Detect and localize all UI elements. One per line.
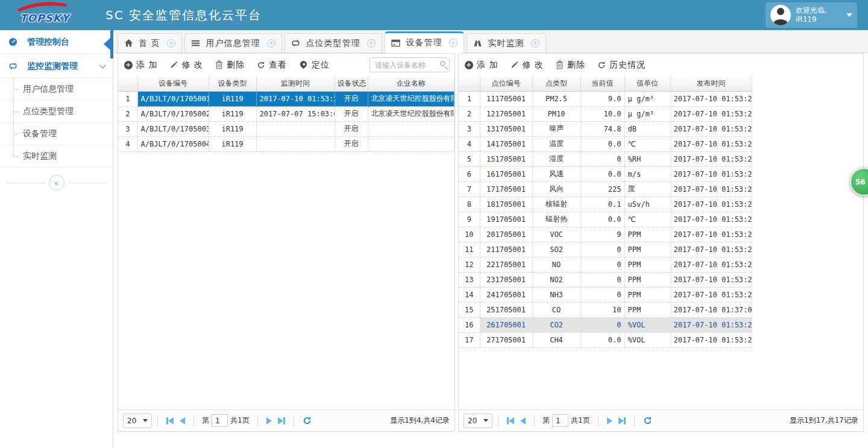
collapse-sidebar-button[interactable] <box>49 175 64 191</box>
point-code-cell[interactable]: 231705001 <box>480 272 532 287</box>
edit-button[interactable]: 修 改 <box>510 60 543 71</box>
value-unit-cell[interactable]: PPM <box>624 227 670 242</box>
sidebar-section-console[interactable]: 管理控制台 <box>0 30 113 54</box>
point-code-cell[interactable]: 111705001 <box>480 91 532 106</box>
refresh-button[interactable] <box>303 416 312 425</box>
device-status-cell[interactable]: 开启 <box>335 121 368 136</box>
current-value-cell[interactable]: 0.0 <box>580 136 624 151</box>
point-type-cell[interactable]: CH4 <box>532 332 580 347</box>
current-value-cell[interactable]: 0 <box>580 242 624 257</box>
value-unit-cell[interactable]: μ g/m³ <box>624 91 670 106</box>
current-value-cell[interactable]: 0 <box>580 257 624 272</box>
value-unit-cell[interactable]: PPM <box>624 287 670 302</box>
current-value-cell[interactable]: 74.8 <box>580 121 624 136</box>
publish-time-cell[interactable]: 2017-07-10 01:53:21 <box>670 197 752 212</box>
current-value-cell[interactable]: 10 <box>580 302 624 317</box>
value-unit-cell[interactable]: PPM <box>624 302 670 317</box>
table-row[interactable]: 2 121705001 PM10 10.0 μ g/m³ 2017-07-10 … <box>459 106 752 121</box>
point-type-cell[interactable]: PM2.5 <box>532 91 580 106</box>
tab-user-info[interactable]: 用户信息管理 <box>184 33 282 52</box>
device-type-cell[interactable]: iR119 <box>209 106 256 121</box>
point-code-cell[interactable]: 261705001 <box>480 317 532 332</box>
table-row[interactable]: 3 131705001 噪声 74.8 dB 2017-07-10 01:53:… <box>459 121 752 136</box>
tab-home[interactable]: 首 页 <box>118 33 182 52</box>
point-type-cell[interactable]: 温度 <box>532 136 580 151</box>
point-type-cell[interactable]: NH3 <box>532 287 580 302</box>
value-unit-cell[interactable]: uSv/h <box>624 197 670 212</box>
company-name-cell[interactable]: 北京凌天世纪控股股份有限 <box>368 106 454 121</box>
value-unit-cell[interactable]: %VOL <box>624 332 670 347</box>
point-code-cell[interactable]: 171705001 <box>480 181 532 197</box>
point-code-cell[interactable]: 141705001 <box>480 136 532 151</box>
publish-time-cell[interactable]: 2017-07-10 01:53:22 <box>670 317 752 332</box>
publish-time-cell[interactable]: 2017-07-10 01:37:01 <box>670 302 752 317</box>
device-status-cell[interactable]: 开启 <box>335 91 368 106</box>
last-page-button[interactable] <box>618 417 626 424</box>
table-row[interactable]: 17 271705001 CH4 0.0 %VOL 2017-07-10 01:… <box>459 332 752 347</box>
value-unit-cell[interactable]: ℃ <box>624 136 670 151</box>
publish-time-cell[interactable]: 2017-07-10 01:53:22 <box>670 136 752 151</box>
delete-button[interactable]: 删除 <box>556 60 585 71</box>
table-row[interactable]: 5 151705001 湿度 0 %RH 2017-07-10 01:53:22 <box>459 151 752 166</box>
delete-button[interactable]: 删除 <box>215 60 245 71</box>
monitor-time-cell[interactable]: 2017-07-07 15:03:05 <box>256 106 335 121</box>
column-header[interactable]: 企业名称 <box>368 76 454 91</box>
publish-time-cell[interactable]: 2017-07-10 01:53:22 <box>670 227 752 242</box>
next-page-button[interactable] <box>607 417 612 424</box>
point-code-cell[interactable]: 151705001 <box>480 151 532 166</box>
publish-time-cell[interactable]: 2017-07-10 01:53:21 <box>670 287 752 302</box>
value-unit-cell[interactable]: ℃ <box>624 212 670 227</box>
next-page-button[interactable] <box>266 417 272 424</box>
history-button[interactable]: 历史情况 <box>597 60 646 71</box>
column-header[interactable]: 设备状态 <box>335 76 368 91</box>
point-code-cell[interactable]: 201705001 <box>480 227 532 242</box>
last-page-button[interactable] <box>278 417 285 424</box>
device-status-cell[interactable]: 开启 <box>335 106 368 121</box>
page-number-input[interactable] <box>552 414 568 427</box>
close-icon[interactable] <box>267 39 275 48</box>
close-icon[interactable] <box>367 39 376 48</box>
point-type-cell[interactable]: CO2 <box>532 317 580 332</box>
device-code-cell[interactable]: A/BJLT/0/1705002 <box>137 106 209 121</box>
close-icon[interactable] <box>167 39 175 48</box>
column-header[interactable]: 监测时间 <box>256 76 335 91</box>
table-row[interactable]: 14 241705001 NH3 0 PPM 2017-07-10 01:53:… <box>459 287 752 302</box>
point-type-cell[interactable]: 风向 <box>532 181 580 197</box>
tab-realtime[interactable]: 实时监测 <box>467 33 546 52</box>
point-type-cell[interactable]: 湿度 <box>532 151 580 166</box>
device-status-cell[interactable]: 开启 <box>335 136 368 151</box>
point-type-cell[interactable]: PM10 <box>532 106 580 121</box>
tab-device-mgmt[interactable]: 设备管理 <box>385 31 464 53</box>
value-unit-cell[interactable]: %RH <box>624 151 670 166</box>
value-unit-cell[interactable]: m/s <box>624 166 670 181</box>
device-code-cell[interactable]: A/BJLT/0/1705001 <box>137 91 209 106</box>
table-row[interactable]: 15 251705001 CO 10 PPM 2017-07-10 01:37:… <box>459 302 752 317</box>
value-unit-cell[interactable]: dB <box>624 121 670 136</box>
point-type-cell[interactable]: SO2 <box>532 242 580 257</box>
value-unit-cell[interactable]: PPM <box>624 257 670 272</box>
point-code-cell[interactable]: 131705001 <box>480 121 532 136</box>
device-code-cell[interactable]: A/BJLT/0/1705004 <box>137 136 209 151</box>
publish-time-cell[interactable]: 2017-07-10 01:53:22 <box>670 272 752 287</box>
current-value-cell[interactable]: 0.1 <box>580 197 624 212</box>
table-row[interactable]: 1 111705001 PM2.5 9.0 μ g/m³ 2017-07-10 … <box>459 91 752 106</box>
table-row[interactable]: 4 A/BJLT/0/1705004 iR119 开启 <box>118 136 454 151</box>
current-value-cell[interactable]: 0 <box>580 317 624 332</box>
first-page-button[interactable] <box>507 417 514 424</box>
point-code-cell[interactable]: 121705001 <box>480 106 532 121</box>
column-header[interactable]: 设备编号 <box>137 76 209 91</box>
sidebar-collapse-arrow-icon[interactable] <box>110 30 113 58</box>
current-value-cell[interactable]: 9.0 <box>580 91 624 106</box>
first-page-button[interactable] <box>166 417 174 424</box>
column-header[interactable]: 值单位 <box>624 76 670 91</box>
value-unit-cell[interactable]: PPM <box>624 272 670 287</box>
device-type-cell[interactable]: iR119 <box>209 91 256 106</box>
monitor-time-cell[interactable]: 2017-07-10 01:53:22 <box>256 91 335 106</box>
table-row[interactable]: 4 141705001 温度 0.0 ℃ 2017-07-10 01:53:22 <box>459 136 752 151</box>
device-code-cell[interactable]: A/BJLT/0/1705003 <box>137 121 209 136</box>
monitor-time-cell[interactable] <box>256 121 335 136</box>
current-value-cell[interactable]: 10.0 <box>580 106 624 121</box>
company-name-cell[interactable] <box>368 121 454 136</box>
page-size-select[interactable]: 20 <box>464 414 492 428</box>
point-type-cell[interactable]: VOC <box>532 227 580 242</box>
